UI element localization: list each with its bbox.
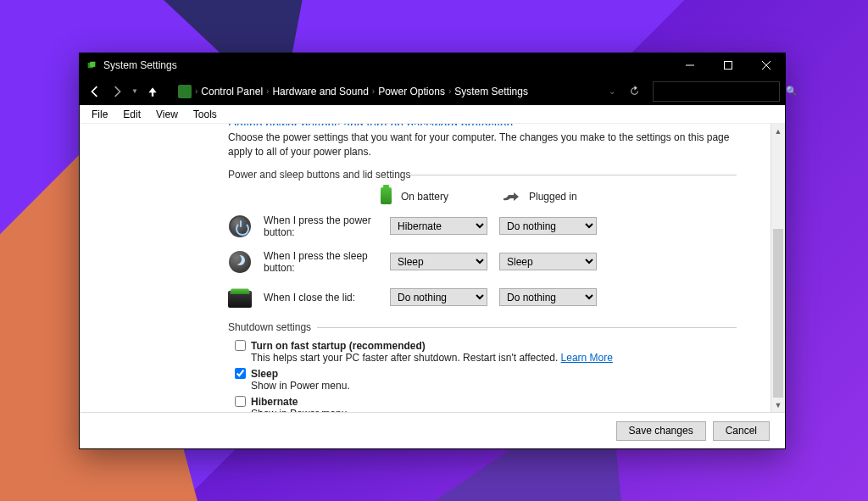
chevron-right-icon[interactable]: › — [372, 86, 375, 96]
minimize-button[interactable] — [670, 53, 709, 77]
hibernate-item: Hibernate Show in Power menu. — [235, 396, 737, 412]
menu-bar: File Edit View Tools — [80, 105, 785, 124]
col-battery-label: On battery — [401, 191, 448, 203]
address-dropdown[interactable]: ⌄ — [604, 86, 620, 96]
svg-rect-1 — [90, 62, 95, 67]
up-button[interactable] — [142, 81, 163, 102]
scroll-down-button[interactable]: ▼ — [771, 398, 785, 412]
vertical-scrollbar[interactable]: ▲ ▼ — [771, 124, 785, 412]
refresh-button[interactable] — [622, 81, 646, 102]
navigation-bar: ▼ › Control Panel › Hardware and Sound ›… — [80, 77, 785, 105]
breadcrumb-item[interactable]: Power Options — [378, 86, 445, 97]
sleep-button-plugged-select[interactable]: Sleep — [499, 253, 597, 270]
fast-startup-sub: This helps start your PC faster after sh… — [251, 352, 737, 364]
page-heading: Define power buttons and turn on passwor… — [228, 124, 737, 125]
learn-more-link[interactable]: Learn More — [561, 352, 613, 364]
sleep-checkbox[interactable] — [235, 368, 246, 379]
breadcrumb: › Control Panel › Hardware and Sound › P… — [173, 81, 602, 102]
cancel-button[interactable]: Cancel — [713, 421, 770, 441]
sleep-button-icon — [228, 250, 252, 274]
search-icon[interactable]: 🔍 — [786, 86, 798, 97]
scroll-up-button[interactable]: ▲ — [771, 124, 785, 138]
forward-button[interactable] — [107, 81, 127, 102]
breadcrumb-item[interactable]: Hardware and Sound — [272, 86, 368, 97]
scroll-thumb[interactable] — [773, 229, 783, 398]
row-sleep-button: When I press the sleep button: Sleep Sle… — [228, 250, 737, 274]
back-button[interactable] — [85, 81, 105, 102]
row-label: When I close the lid: — [264, 292, 378, 303]
titlebar: System Settings — [80, 53, 785, 77]
lid-battery-select[interactable]: Do nothing — [390, 288, 487, 306]
page-description: Choose the power settings that you want … — [228, 131, 737, 160]
chevron-right-icon[interactable]: › — [448, 86, 451, 96]
row-close-lid: When I close the lid: Do nothing Do noth… — [228, 286, 737, 309]
plug-icon — [502, 191, 522, 203]
chevron-right-icon[interactable]: › — [195, 86, 198, 96]
breadcrumb-item[interactable]: Control Panel — [201, 86, 263, 97]
maximize-button[interactable] — [709, 53, 747, 77]
scroll-track[interactable] — [771, 138, 785, 398]
save-changes-button[interactable]: Save changes — [616, 421, 706, 441]
row-power-button: When I press the power button: Hibernate… — [228, 214, 737, 238]
col-plugged-label: Plugged in — [529, 191, 577, 203]
power-button-battery-select[interactable]: Hibernate — [390, 217, 487, 235]
menu-tools[interactable]: Tools — [186, 107, 224, 122]
content-area: Define power buttons and turn on passwor… — [80, 124, 771, 412]
footer: Save changes Cancel — [80, 412, 785, 448]
breadcrumb-item[interactable]: System Settings — [454, 86, 528, 97]
lid-icon — [228, 286, 252, 309]
menu-edit[interactable]: Edit — [116, 107, 147, 122]
svg-rect-3 — [724, 62, 732, 70]
close-button[interactable] — [747, 53, 785, 77]
fast-startup-checkbox[interactable] — [235, 340, 246, 351]
sleep-label: Sleep — [251, 368, 278, 380]
system-settings-window: System Settings ▼ › Control Panel › Hard… — [79, 53, 786, 449]
recent-dropdown[interactable]: ▼ — [129, 81, 141, 102]
search-box[interactable]: 🔍 — [653, 81, 780, 102]
menu-view[interactable]: View — [149, 107, 185, 122]
sleep-button-battery-select[interactable]: Sleep — [390, 253, 487, 270]
battery-icon — [381, 187, 394, 206]
section-power-title: Power and sleep buttons and lid settings — [228, 169, 737, 181]
hibernate-checkbox[interactable] — [235, 396, 246, 407]
sleep-item: Sleep Show in Power menu. — [235, 368, 737, 392]
power-button-plugged-select[interactable]: Do nothing — [499, 217, 597, 235]
app-icon — [85, 58, 98, 72]
search-input[interactable] — [659, 86, 786, 97]
lid-plugged-select[interactable]: Do nothing — [499, 288, 597, 306]
menu-file[interactable]: File — [85, 107, 114, 122]
fast-startup-item: Turn on fast startup (recommended) This … — [235, 340, 737, 364]
row-label: When I press the power button: — [264, 214, 378, 238]
hibernate-label: Hibernate — [251, 396, 298, 408]
row-label: When I press the sleep button: — [264, 250, 378, 274]
power-button-icon — [228, 214, 252, 238]
column-headers: On battery Plugged in — [228, 187, 737, 206]
window-title: System Settings — [103, 59, 670, 71]
fast-startup-label: Turn on fast startup (recommended) — [251, 340, 426, 352]
section-shutdown-title: Shutdown settings — [228, 321, 737, 333]
breadcrumb-icon — [178, 85, 192, 98]
chevron-right-icon[interactable]: › — [266, 86, 269, 96]
sleep-sub: Show in Power menu. — [251, 380, 737, 392]
